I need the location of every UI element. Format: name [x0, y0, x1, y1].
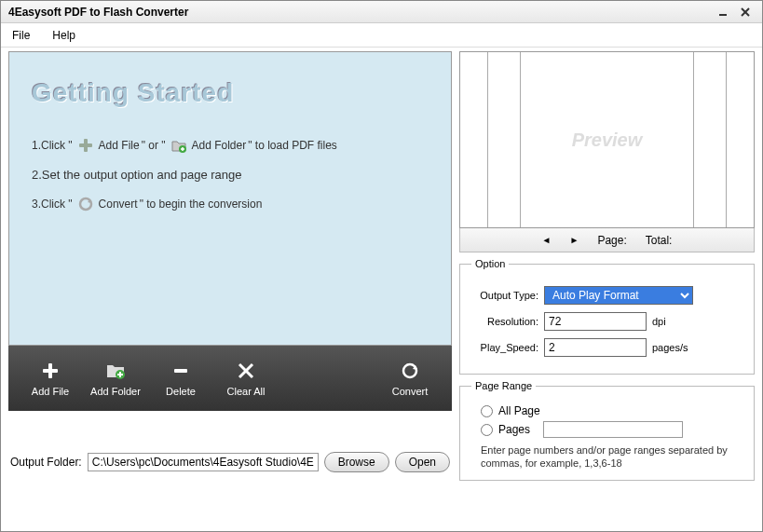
preview-wrapper: Preview ◄ ► Page: Total:: [459, 51, 755, 252]
step3-text-a: 3.Click ": [32, 198, 73, 211]
step-2: 2.Set the output option and page range: [32, 168, 429, 182]
preview-edge-right: [726, 52, 754, 227]
minus-icon: [170, 360, 192, 382]
speed-unit: pages/s: [652, 342, 688, 353]
speed-row: Play_Speed: pages/s: [471, 338, 743, 357]
page-range-legend: Page Range: [471, 380, 536, 391]
add-file-label: Add File: [32, 386, 69, 397]
step-3: 3.Click " Convert " to begin the convers…: [32, 195, 429, 213]
refresh-icon: [399, 360, 421, 382]
x-icon: [235, 360, 257, 382]
menu-file[interactable]: File: [12, 29, 30, 42]
svg-rect-14: [174, 369, 187, 373]
convert-label: Convert: [392, 386, 429, 397]
option-legend: Option: [471, 258, 509, 269]
menu-help[interactable]: Help: [52, 29, 75, 42]
convert-button[interactable]: Convert: [377, 360, 443, 397]
content-area: Getting Started 1.Click " Add File " or …: [1, 48, 762, 531]
delete-label: Delete: [166, 386, 196, 397]
step1-text-c: " to load PDF files: [248, 139, 337, 152]
clear-all-button[interactable]: Clear All: [213, 360, 279, 397]
svg-point-17: [403, 364, 416, 377]
open-button[interactable]: Open: [395, 452, 450, 472]
preview-pager: ◄ ► Page: Total:: [459, 228, 755, 252]
preview-inner-left: [488, 52, 521, 227]
prev-page-button[interactable]: ◄: [542, 235, 552, 245]
step3-convert: Convert: [99, 198, 138, 211]
output-type-row: Output Type: Auto Play Format: [471, 286, 743, 305]
pages-row: Pages: [481, 421, 743, 438]
preview-edge-left: [460, 52, 488, 227]
pages-radio[interactable]: [481, 424, 493, 436]
output-type-select[interactable]: Auto Play Format: [544, 286, 693, 305]
speed-input[interactable]: [544, 338, 647, 357]
delete-button[interactable]: Delete: [148, 360, 213, 397]
all-pages-radio[interactable]: [481, 405, 493, 417]
preview-inner-right: [693, 52, 726, 227]
minimize-icon: [717, 7, 729, 18]
all-pages-label: All Page: [498, 404, 540, 417]
pages-label: Pages: [498, 423, 530, 436]
step-1: 1.Click " Add File " or " Add Folder " t…: [32, 136, 429, 155]
clear-all-label: Clear All: [227, 386, 266, 397]
page-range-hint: Enter page numbers and/or page ranges se…: [481, 443, 743, 471]
menubar: File Help: [1, 23, 762, 48]
resolution-label: Resolution:: [471, 316, 538, 327]
close-button[interactable]: [736, 5, 755, 20]
toolbar: Add File Add Folder Delete: [8, 346, 452, 411]
browse-button[interactable]: Browse: [324, 452, 389, 472]
add-folder-label: Add Folder: [90, 386, 141, 397]
total-label: Total:: [646, 234, 673, 247]
titlebar: 4Easysoft PDF to Flash Converter: [1, 1, 762, 23]
pages-input[interactable]: [543, 421, 683, 438]
option-fieldset: Option Output Type: Auto Play Format Res…: [459, 258, 755, 375]
step1-text-a: 1.Click ": [32, 139, 73, 152]
next-page-button[interactable]: ►: [569, 235, 579, 245]
add-folder-button[interactable]: Add Folder: [83, 360, 148, 397]
convert-icon: [76, 195, 95, 213]
instructions-panel: Getting Started 1.Click " Add File " or …: [8, 51, 452, 346]
window-title: 4Easysoft PDF to Flash Converter: [8, 6, 710, 19]
resolution-unit: dpi: [652, 316, 666, 327]
minimize-button[interactable]: [714, 5, 732, 20]
left-panel: Getting Started 1.Click " Add File " or …: [8, 51, 452, 524]
svg-rect-10: [43, 369, 58, 373]
page-label: Page:: [597, 234, 626, 247]
step1-text-b: " or ": [142, 139, 166, 152]
resolution-row: Resolution: dpi: [471, 312, 743, 331]
add-file-button[interactable]: Add File: [18, 360, 83, 397]
output-type-label: Output Type:: [471, 290, 538, 301]
output-folder-input[interactable]: [88, 453, 319, 471]
page-range-fieldset: Page Range All Page Pages Enter page num…: [459, 380, 755, 481]
step1-addfolder: Add Folder: [192, 139, 247, 152]
preview-placeholder: Preview: [521, 52, 693, 227]
output-folder-row: Output Folder: Browse Open: [8, 452, 452, 472]
getting-started-heading: Getting Started: [32, 78, 429, 108]
output-folder-label: Output Folder:: [10, 456, 82, 469]
preview-box: Preview: [459, 51, 755, 228]
folder-plus-icon: [170, 136, 188, 155]
folder-plus-icon: [104, 360, 127, 382]
svg-rect-4: [79, 143, 92, 147]
resolution-input[interactable]: [544, 312, 647, 331]
app-window: 4Easysoft PDF to Flash Converter File He…: [0, 0, 763, 532]
plus-icon: [39, 360, 61, 382]
speed-label: Play_Speed:: [471, 342, 538, 353]
step3-text-b: " to begin the conversion: [140, 198, 263, 211]
plus-icon: [76, 136, 95, 155]
step1-addfile: Add File: [99, 139, 140, 152]
right-panel: Preview ◄ ► Page: Total: Option Output T…: [459, 51, 755, 524]
all-pages-row: All Page: [481, 404, 743, 417]
close-icon: [740, 7, 751, 18]
